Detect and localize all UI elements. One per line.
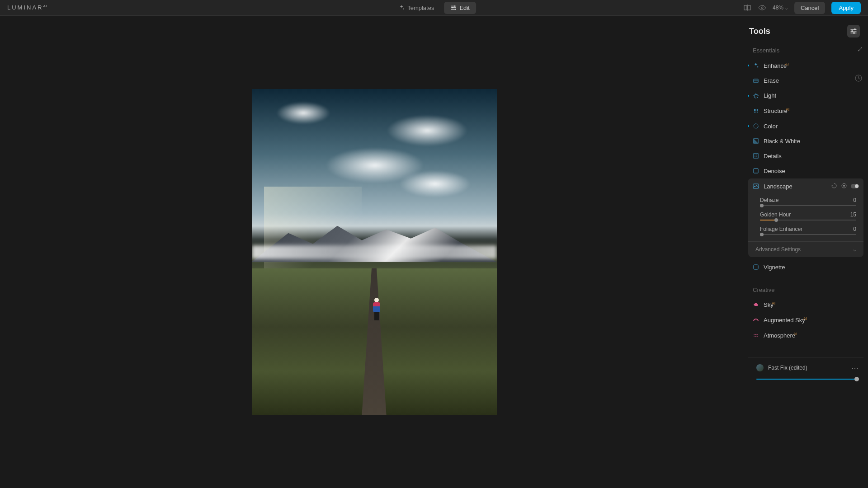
photo-preview	[252, 89, 497, 415]
bw-icon	[753, 138, 759, 144]
svg-rect-3	[744, 5, 747, 10]
ai-badge: AI	[786, 107, 790, 112]
dehaze-value: 0	[853, 197, 856, 203]
tool-label: Structure	[764, 108, 788, 115]
template-thumbnail	[756, 364, 764, 371]
visibility-toggle[interactable]	[851, 184, 859, 188]
tool-label: Augmented Sky	[764, 317, 805, 324]
compare-icon[interactable]	[744, 5, 752, 11]
tool-enhance[interactable]: EnhanceAI	[748, 58, 863, 73]
edit-tab[interactable]: Edit	[444, 2, 476, 14]
tool-bw[interactable]: Black & White	[748, 134, 863, 149]
tools-header: Tools	[748, 25, 863, 44]
tool-label: Light	[764, 92, 776, 99]
advanced-settings-toggle[interactable]: Advanced Settings	[748, 241, 863, 257]
svg-point-16	[754, 110, 755, 111]
ai-badge: AI	[772, 301, 776, 305]
svg-point-12	[755, 94, 757, 97]
history-icon[interactable]	[854, 74, 863, 84]
tool-landscape[interactable]: Landscape	[748, 178, 863, 194]
svg-point-6	[761, 7, 763, 9]
goldenhour-value: 15	[850, 211, 856, 218]
vignette-icon	[753, 264, 759, 270]
tool-label: Black & White	[764, 138, 800, 145]
tool-structure[interactable]: StructureAI	[748, 103, 863, 118]
zoom-value: 48%	[773, 5, 783, 11]
goldenhour-slider[interactable]	[760, 220, 856, 221]
top-mode-switch: Templates Edit	[392, 2, 476, 14]
tool-label: Erase	[764, 77, 779, 84]
svg-point-20	[755, 112, 756, 113]
cloud-icon	[753, 301, 759, 308]
svg-point-1	[452, 7, 453, 9]
tool-vignette[interactable]: Vignette	[748, 260, 863, 275]
svg-point-8	[851, 30, 853, 32]
tool-sky[interactable]: SkyAI	[748, 297, 863, 312]
app-logo: LUMINARAI	[7, 4, 47, 11]
zoom-dropdown[interactable]: 48%	[773, 5, 788, 11]
tool-label: Landscape	[764, 183, 793, 190]
foliage-label: Foliage Enhancer	[760, 226, 802, 232]
svg-point-14	[755, 109, 756, 110]
tool-label: Vignette	[764, 264, 785, 271]
dehaze-slider[interactable]	[760, 205, 856, 206]
template-footer: Fast Fix (edited) ⋯	[748, 357, 863, 383]
ai-badge: AI	[803, 316, 807, 321]
tool-light[interactable]: Light	[748, 88, 863, 103]
templates-label: Templates	[407, 5, 434, 11]
cancel-button[interactable]: Cancel	[794, 2, 825, 14]
modified-dot	[748, 95, 749, 97]
ai-badge: AI	[793, 332, 797, 336]
dehaze-label: Dehaze	[760, 197, 778, 203]
svg-point-27	[755, 156, 755, 157]
svg-rect-29	[754, 169, 758, 173]
svg-point-9	[853, 32, 855, 34]
apply-button[interactable]: Apply	[831, 2, 861, 14]
mask-icon[interactable]	[841, 183, 847, 190]
tool-label: Atmosphere	[764, 333, 795, 339]
svg-point-28	[756, 156, 757, 157]
modified-dot	[748, 65, 749, 66]
tool-denoise[interactable]: Denoise	[748, 164, 863, 178]
svg-point-25	[755, 155, 755, 155]
sliders-icon	[450, 5, 457, 11]
template-more-icon[interactable]: ⋯	[851, 364, 859, 372]
template-name: Fast Fix (edited)	[768, 365, 807, 371]
logo-suffix: AI	[43, 4, 48, 8]
tools-sidebar: Tools Essentials EnhanceAI Erase Light S…	[748, 16, 868, 488]
canvas-area[interactable]	[0, 16, 748, 488]
rainbow-icon	[753, 317, 759, 323]
eye-icon[interactable]	[758, 5, 766, 11]
svg-point-15	[757, 109, 758, 110]
tool-details[interactable]: Details	[748, 149, 863, 164]
landscape-icon	[753, 183, 759, 189]
sparkle-icon	[398, 5, 405, 11]
svg-point-18	[757, 110, 758, 111]
foliage-value: 0	[853, 226, 856, 232]
advanced-label: Advanced Settings	[755, 246, 801, 253]
undo-icon[interactable]	[831, 183, 837, 190]
tool-color[interactable]: Color	[748, 119, 863, 134]
svg-point-7	[854, 28, 856, 30]
grid-icon	[753, 108, 759, 114]
tool-erase[interactable]: Erase	[748, 73, 863, 88]
brush-icon[interactable]	[856, 47, 863, 54]
landscape-sliders: Dehaze0 Golden Hour15 Foliage Enhancer0	[748, 194, 863, 241]
details-icon	[753, 153, 759, 159]
tool-augmented-sky[interactable]: Augmented SkyAI	[748, 312, 863, 328]
edits-panel-icon[interactable]	[847, 25, 860, 38]
template-amount-slider[interactable]	[756, 379, 859, 380]
svg-rect-4	[748, 5, 750, 10]
essentials-section-label: Essentials	[748, 44, 863, 58]
svg-rect-33	[754, 265, 758, 269]
svg-point-0	[454, 5, 456, 7]
foliage-slider[interactable]	[760, 234, 856, 235]
tool-landscape-panel: Landscape Dehaze0 Golden Hour15 Foliage …	[748, 178, 863, 257]
creative-text: Creative	[753, 286, 774, 293]
tool-label: Details	[764, 153, 782, 160]
tools-title: Tools	[749, 27, 770, 36]
templates-tab[interactable]: Templates	[392, 2, 440, 14]
essentials-text: Essentials	[753, 47, 779, 54]
goldenhour-label: Golden Hour	[760, 211, 791, 218]
tool-atmosphere[interactable]: AtmosphereAI	[748, 328, 863, 343]
